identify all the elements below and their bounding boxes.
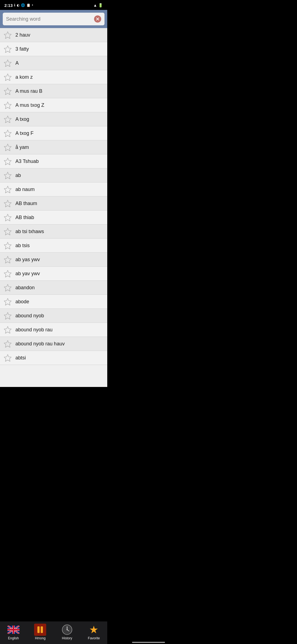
list-item[interactable]: 2 hauv [0, 28, 107, 42]
svg-marker-7 [4, 130, 11, 137]
word-text: abandon [15, 285, 35, 291]
list-item[interactable]: AB thaum [0, 197, 107, 211]
svg-marker-20 [4, 312, 11, 319]
svg-marker-4 [4, 88, 11, 95]
list-item[interactable]: ab tsi txhaws [0, 225, 107, 239]
word-text: 3 fatty [15, 46, 29, 52]
word-text: å yam [15, 144, 29, 150]
star-icon[interactable] [4, 312, 12, 320]
star-icon[interactable] [4, 354, 12, 362]
star-icon[interactable] [4, 115, 12, 123]
wifi-icon: ▲ [93, 3, 97, 7]
list-item[interactable]: abode [0, 295, 107, 309]
svg-marker-1 [4, 46, 11, 53]
star-icon[interactable] [4, 242, 12, 249]
svg-marker-6 [4, 116, 11, 123]
word-text: ab yav ywv [15, 271, 40, 277]
star-icon[interactable] [4, 270, 12, 277]
word-text: 2 hauv [15, 32, 30, 38]
star-icon[interactable] [4, 143, 12, 151]
word-list: 2 hauv 3 fatty A a kom z A mus rau B A m… [0, 28, 107, 387]
svg-marker-21 [4, 326, 11, 333]
list-item[interactable]: A mus txog Z [0, 98, 107, 112]
battery-icon: 🔋 [98, 3, 103, 7]
star-icon[interactable] [4, 185, 12, 193]
list-item[interactable]: a kom z [0, 70, 107, 84]
list-item[interactable]: 3 fatty [0, 42, 107, 56]
svg-marker-15 [4, 242, 11, 249]
list-item[interactable]: A3 Tshuab [0, 154, 107, 168]
word-text: abound nyob [15, 313, 44, 319]
list-item[interactable]: ab tsis [0, 239, 107, 253]
svg-marker-8 [4, 144, 11, 151]
word-text: A3 Tshuab [15, 159, 39, 164]
star-icon[interactable] [4, 171, 12, 179]
star-icon[interactable] [4, 87, 12, 95]
word-text: abode [15, 299, 29, 305]
svg-marker-2 [4, 60, 11, 67]
clear-button[interactable] [94, 15, 101, 23]
list-item[interactable]: ab yas ywv [0, 253, 107, 267]
word-text: ab tsi txhaws [15, 229, 44, 234]
list-item[interactable]: ab yav ywv [0, 267, 107, 281]
svg-marker-3 [4, 74, 11, 81]
word-text: abound nyob rau [15, 327, 53, 333]
word-text: abtsi [15, 355, 26, 361]
star-icon[interactable] [4, 284, 12, 291]
list-item[interactable]: ab [0, 168, 107, 182]
svg-marker-16 [4, 256, 11, 263]
list-item[interactable]: AB thiab [0, 211, 107, 225]
word-text: A mus txog Z [15, 102, 44, 108]
list-item[interactable]: abound nyob rau [0, 323, 107, 337]
star-icon[interactable] [4, 45, 12, 53]
word-text: ab naum [15, 187, 35, 192]
svg-marker-0 [4, 32, 11, 39]
svg-marker-23 [4, 354, 11, 361]
word-text: ab [15, 173, 21, 178]
star-icon[interactable] [4, 200, 12, 207]
list-item[interactable]: A [0, 56, 107, 70]
list-item[interactable]: abound nyob [0, 309, 107, 323]
svg-marker-22 [4, 340, 11, 347]
star-icon[interactable] [4, 256, 12, 263]
word-text: abound nyob rau hauv [15, 341, 65, 347]
svg-marker-19 [4, 298, 11, 305]
list-item[interactable]: abandon [0, 281, 107, 295]
svg-marker-9 [4, 158, 11, 165]
star-icon[interactable] [4, 59, 12, 67]
star-icon[interactable] [4, 157, 12, 165]
svg-marker-13 [4, 214, 11, 221]
word-text: A [15, 60, 19, 66]
status-bar: 2:13 ℹ ◐ 🌐 📋 • ▲ 🔋 [0, 0, 107, 10]
star-icon[interactable] [4, 228, 12, 235]
search-input[interactable] [6, 16, 94, 22]
globe-icon: 🌐 [21, 3, 25, 7]
word-text: A txog F [15, 130, 34, 136]
svg-marker-5 [4, 102, 11, 109]
dot-icon: • [32, 3, 33, 7]
star-icon[interactable] [4, 31, 12, 39]
info-icon: ℹ [14, 3, 15, 7]
star-icon[interactable] [4, 298, 12, 305]
svg-marker-14 [4, 228, 11, 235]
list-item[interactable]: A mus rau B [0, 84, 107, 98]
list-item[interactable]: abound nyob rau hauv [0, 337, 107, 351]
list-item[interactable]: å yam [0, 140, 107, 154]
clipboard-icon: 📋 [26, 3, 31, 7]
svg-marker-11 [4, 186, 11, 193]
word-text: A mus rau B [15, 88, 42, 94]
svg-marker-10 [4, 172, 11, 179]
list-item[interactable]: ab naum [0, 182, 107, 197]
list-item[interactable]: A txog F [0, 126, 107, 140]
star-icon[interactable] [4, 129, 12, 137]
star-icon[interactable] [4, 326, 12, 334]
search-bar [3, 13, 105, 25]
star-icon[interactable] [4, 73, 12, 81]
list-item[interactable]: abtsi [0, 351, 107, 365]
star-icon[interactable] [4, 101, 12, 109]
svg-marker-12 [4, 200, 11, 207]
word-text: ab yas ywv [15, 257, 40, 263]
star-icon[interactable] [4, 340, 12, 348]
list-item[interactable]: A txog [0, 112, 107, 126]
star-icon[interactable] [4, 214, 12, 221]
